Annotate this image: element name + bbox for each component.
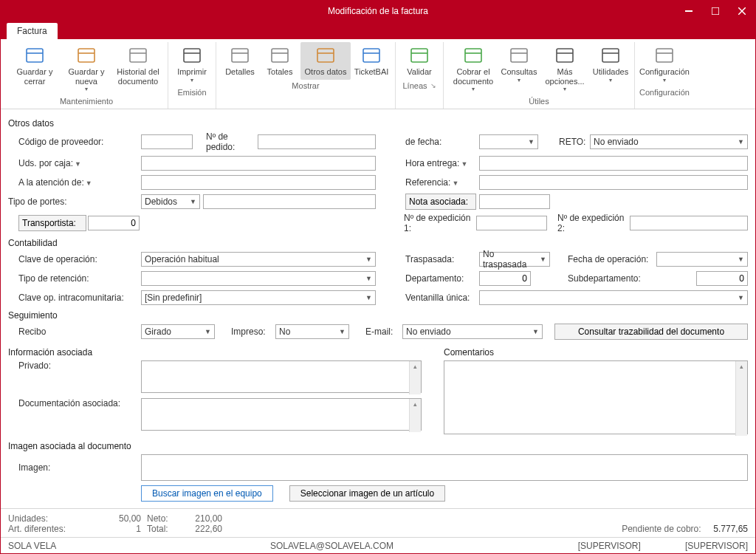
dialog-launcher-icon[interactable]: ↘: [430, 82, 436, 89]
ribbon-ticketbai[interactable]: TicketBAI: [352, 42, 391, 80]
label-departamento: Departamento:: [405, 273, 479, 284]
label-pendiente: Pendiente de cobro:: [622, 524, 701, 534]
tipo-portes-select[interactable]: Debidos▼: [141, 194, 200, 209]
ventanilla-select[interactable]: ▼: [479, 290, 748, 305]
n-pedido-input[interactable]: [258, 134, 376, 149]
ribbon-config[interactable]: Configuración▾: [639, 42, 690, 86]
maximize-button[interactable]: [702, 1, 729, 21]
n-exp1-input[interactable]: [476, 216, 547, 230]
label-hora-entrega: Hora entrega:▼: [405, 158, 479, 168]
ribbon-group-líneas: ValidarLíneas↘: [396, 42, 444, 109]
label-n-exp1: Nº de expedición 1:: [404, 213, 476, 233]
ribbon-group-label: Mostrar: [292, 80, 319, 92]
svg-rect-14: [272, 49, 288, 62]
window-title: Modificación de la factura: [328, 6, 428, 16]
hora-entrega-input[interactable]: [479, 156, 748, 171]
ribbon-historial[interactable]: Historial del documento: [113, 42, 163, 95]
ribbon-group-label: Configuración: [639, 86, 690, 98]
val-unidades: 50,00: [97, 513, 141, 524]
consultas-icon: [507, 45, 531, 66]
privado-textarea[interactable]: [141, 360, 422, 393]
nota-asociada-input[interactable]: [479, 194, 550, 209]
ribbon-validar[interactable]: Validar: [400, 42, 439, 80]
ribbon-label: Consultas: [501, 67, 537, 77]
ribbon-mas[interactable]: Más opciones...▾: [540, 42, 590, 95]
transportista-button[interactable]: Transportista:: [18, 215, 86, 231]
otros-datos-icon: [314, 45, 337, 66]
ribbon-label: Historial del documento: [114, 67, 162, 86]
n-exp2-input[interactable]: [630, 216, 748, 230]
atencion-input[interactable]: [141, 175, 376, 190]
label-de-fecha: de fecha:: [405, 137, 479, 147]
de-fecha-select[interactable]: ▼: [479, 134, 538, 149]
clave-op-select[interactable]: Operación habitual▼: [141, 252, 376, 267]
uds-caja-input[interactable]: [141, 156, 376, 171]
tab-factura[interactable]: Factura: [7, 23, 58, 39]
transportista-input[interactable]: [88, 216, 140, 230]
svg-rect-6: [78, 49, 94, 62]
reto-select[interactable]: No enviado▼: [590, 134, 748, 149]
ribbon: Guardar y cerrarGuardar y nueva▾Historia…: [1, 39, 755, 109]
tipo-portes-extra-input[interactable]: [203, 194, 376, 209]
label-neto: Neto:: [141, 513, 178, 524]
status-r1: [SUPERVISOR]: [578, 541, 641, 551]
cobrar-icon: [461, 45, 485, 66]
ribbon-label: Otros datos: [305, 67, 347, 77]
label-imagen: Imagen:: [8, 462, 141, 473]
ribbon-consultas[interactable]: Consultas▾: [500, 42, 538, 95]
ribbon-detalles[interactable]: Detalles: [221, 42, 259, 80]
svg-rect-4: [27, 49, 43, 62]
section-seguimiento: Seguimiento: [8, 310, 748, 321]
tipo-ret-select[interactable]: ▼: [141, 271, 376, 286]
detalles-icon: [228, 45, 252, 66]
codigo-proveedor-input[interactable]: [141, 134, 193, 149]
scrollbar[interactable]: ▴: [409, 399, 421, 432]
ribbon-cobrar[interactable]: Cobrar el documento▾: [448, 42, 498, 95]
minimize-button[interactable]: [676, 1, 702, 21]
section-info-asociada: Información asociada: [8, 347, 422, 358]
label-clave-intra: Clave op. intracomunitaria:: [8, 293, 141, 303]
ribbon-guardar-cerrar[interactable]: Guardar y cerrar: [10, 42, 60, 95]
imprimir-icon: [180, 45, 204, 66]
totales-icon: [268, 45, 292, 66]
recibo-select[interactable]: Girado▼: [141, 324, 215, 339]
comentarios-textarea[interactable]: [444, 360, 748, 434]
section-contabilidad: Contabilidad: [8, 238, 748, 248]
chevron-down-icon: ▾: [85, 86, 88, 92]
label-atencion: A la atención de:▼: [8, 177, 141, 188]
trazabilidad-button[interactable]: Consultar trazabilidad del documento: [554, 324, 748, 340]
nota-asociada-button[interactable]: Nota asociada:: [405, 194, 476, 210]
val-total: 222,60: [178, 524, 222, 534]
section-comentarios: Comentarios: [444, 347, 748, 358]
ribbon-imprimir[interactable]: Imprimir▾: [173, 42, 211, 86]
svg-rect-22: [465, 49, 481, 62]
close-button[interactable]: [729, 1, 755, 21]
ribbon-label: Utilidades: [593, 67, 628, 77]
ribbon-otros-datos[interactable]: Otros datos: [300, 42, 351, 80]
ribbon-totales[interactable]: Totales: [261, 42, 299, 80]
impreso-select[interactable]: No▼: [275, 324, 349, 339]
label-uds-caja: Uds. por caja:▼: [8, 158, 141, 168]
referencia-input[interactable]: [479, 175, 748, 190]
traspasada-select[interactable]: No traspasada▼: [479, 252, 550, 267]
seleccionar-imagen-button[interactable]: Seleccionar imagen de un artículo: [289, 485, 445, 502]
ribbon-utilidades[interactable]: Utilidades▾: [591, 42, 630, 95]
subdepartamento-input[interactable]: [696, 271, 748, 286]
imagen-input[interactable]: [141, 454, 748, 481]
email-select[interactable]: No enviado▼: [402, 324, 543, 339]
fecha-op-select[interactable]: ▼: [656, 252, 748, 267]
scrollbar[interactable]: ▴: [735, 361, 747, 436]
label-unidades: Unidades:: [8, 513, 97, 524]
svg-rect-26: [557, 49, 573, 62]
scrollbar[interactable]: ▴: [409, 361, 421, 394]
doc-asociada-textarea[interactable]: [141, 398, 422, 431]
clave-intra-select[interactable]: [Sin predefinir]▼: [141, 290, 376, 305]
label-art: Art. diferentes:: [8, 524, 97, 534]
departamento-input[interactable]: [479, 271, 531, 286]
label-total: Total:: [141, 524, 178, 534]
ribbon-label: Guardar y cerrar: [11, 67, 58, 86]
section-imagen: Imagen asociada al documento: [8, 441, 748, 451]
buscar-imagen-button[interactable]: Buscar imagen en el equipo: [141, 485, 273, 502]
ribbon-guardar-nueva[interactable]: Guardar y nueva▾: [61, 42, 111, 95]
svg-rect-24: [511, 49, 527, 62]
